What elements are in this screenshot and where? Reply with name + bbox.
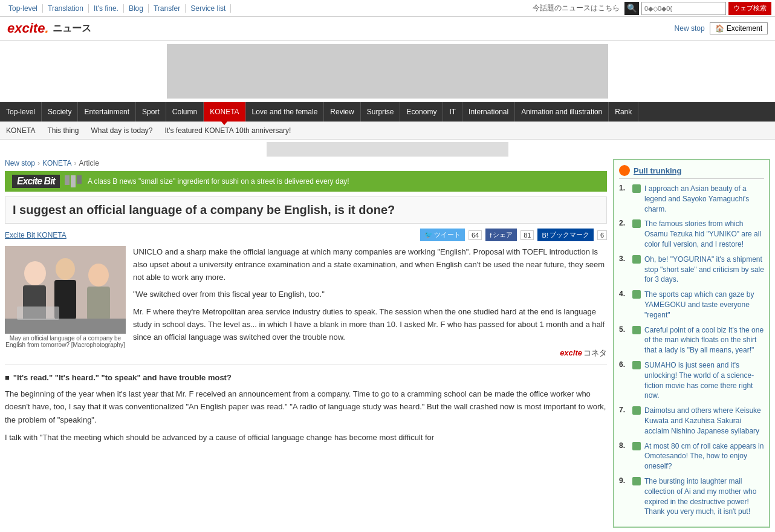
main-nav-item-sport[interactable]: Sport	[136, 102, 166, 122]
nav-transfer[interactable]: Transfer	[149, 4, 186, 13]
bookmark-button[interactable]: B! ブックマーク	[537, 229, 593, 241]
social-buttons: 🐦 ツイート 64 f シェア 81 B! ブックマーク 6	[420, 229, 607, 241]
sidebar-item-num-4: 5.	[619, 325, 629, 355]
article-para3: I talk with "That the meeting which shou…	[5, 431, 607, 444]
main-nav-item-entertainment[interactable]: Entertainment	[78, 102, 136, 122]
nav-itsfine[interactable]: It's fine.	[89, 4, 124, 13]
social-bar: Excite Bit KONETA 🐦 ツイート 64 f シェア 81 B! …	[5, 229, 607, 241]
sidebar: Pull trunking 1. I approach an Asian bea…	[613, 159, 770, 528]
article-image	[5, 246, 126, 334]
home-icon: 🏠	[715, 24, 724, 33]
search-input[interactable]	[641, 2, 726, 15]
logo-news-text: ニュース	[53, 22, 91, 35]
main-nav-item-animation-and-illustration[interactable]: Animation and illustration	[515, 102, 609, 122]
koneta-brand: コネタ	[583, 348, 607, 358]
main-nav-item-top-level[interactable]: Top-level	[0, 102, 42, 122]
sub-nav-item-2[interactable]: What day is today?	[91, 124, 152, 137]
article-koneta-logo: excite コネタ	[133, 348, 607, 358]
top-nav-right: 今話題のニュースはこちら 🔍 ウェブ検索	[533, 2, 771, 15]
svg-rect-6	[87, 287, 110, 320]
breadcrumb-koneta[interactable]: KONETA	[42, 159, 71, 167]
sidebar-item-link-6[interactable]: Daimotsu and others where Keisuke Kuwata…	[644, 406, 764, 436]
pull-trunking-header: Pull trunking	[619, 165, 764, 179]
main-nav-item-society[interactable]: Society	[42, 102, 78, 122]
tweet-button[interactable]: 🐦 ツイート	[420, 229, 465, 241]
breadcrumb-sep1: ›	[37, 159, 40, 167]
sidebar-item-link-8[interactable]: The bursting into laughter mail collecti…	[644, 476, 764, 517]
sidebar-item-icon-4	[632, 326, 641, 334]
sidebar-item: 3. Oh, be! "YOGURINA" it's a shipment st…	[619, 255, 764, 285]
sidebar-item-link-5[interactable]: SUMAHO is just seen and it's unlocking! …	[644, 360, 764, 401]
sidebar-item: 7. Daimotsu and others where Keisuke Kuw…	[619, 406, 764, 436]
main-nav-item-surprise[interactable]: Surprise	[361, 102, 401, 122]
fb-icon: f	[490, 232, 491, 239]
sidebar-item-icon-3	[632, 290, 641, 299]
breadcrumb: New stop › KONETA › Article	[5, 159, 607, 167]
article-byline[interactable]: Excite Bit KONETA	[5, 231, 66, 239]
breadcrumb-article: Article	[79, 159, 99, 167]
nav-toplevel[interactable]: Top-level	[4, 4, 43, 13]
site-logo[interactable]: excite. ニュース	[7, 21, 91, 36]
sidebar-item-link-7[interactable]: At most 80 cm of roll cake appears in Om…	[644, 441, 764, 472]
search-button[interactable]: ウェブ検索	[728, 2, 771, 15]
tweet-count: 64	[469, 230, 482, 240]
sidebar-item-num-2: 3.	[619, 255, 629, 285]
main-nav-item-international[interactable]: International	[462, 102, 515, 122]
sidebar-item-link-1[interactable]: The famous stories from which Osamu Tezu…	[644, 219, 764, 249]
sidebar-item: 9. The bursting into laughter mail colle…	[619, 476, 764, 517]
nav-servicelist[interactable]: Service list	[186, 4, 231, 13]
share-label: シェア	[493, 230, 513, 239]
article-quote1: "We switched over from this fiscal year …	[133, 288, 607, 301]
sidebar-item-num-6: 7.	[619, 406, 629, 436]
breadcrumb-sep2: ›	[74, 159, 76, 167]
sub-nav-item-3[interactable]: It's featured KONETA 10th anniversary!	[165, 124, 291, 137]
excite-logo-text: excite.	[7, 21, 49, 36]
nav-blog[interactable]: Blog	[124, 4, 149, 13]
banner-ad	[167, 44, 608, 99]
sidebar-item: 4. The sports cap which can gaze by YAME…	[619, 290, 764, 320]
today-news-link[interactable]: 今話題のニュースはこちら	[533, 3, 620, 13]
excitement-button[interactable]: 🏠 Excitement	[710, 22, 768, 34]
tweet-icon: 🐦	[424, 231, 433, 239]
main-nav-item-column[interactable]: Column	[166, 102, 204, 122]
main-nav-item-koneta[interactable]: KONETA	[204, 102, 245, 122]
svg-point-3	[56, 258, 75, 280]
new-stop-link[interactable]: New stop	[675, 24, 705, 33]
main-nav-item-rank[interactable]: Rank	[609, 102, 638, 122]
breadcrumb-newstop[interactable]: New stop	[5, 159, 35, 167]
main-nav-item-review[interactable]: Review	[324, 102, 360, 122]
bit-bar-2	[71, 175, 76, 187]
bit-bar-3	[77, 175, 82, 184]
main-nav-item-economy[interactable]: Economy	[400, 102, 443, 122]
pull-trunking-panel: Pull trunking 1. I approach an Asian bea…	[613, 159, 770, 528]
sidebar-item-num-1: 2.	[619, 219, 629, 249]
main-nav-item-it[interactable]: IT	[443, 102, 462, 122]
bm-label: ブックマーク	[550, 230, 589, 239]
pull-trunking-title[interactable]: Pull trunking	[634, 166, 681, 175]
sidebar-item-link-0[interactable]: I approach an Asian beauty of a legend a…	[644, 184, 764, 214]
sidebar-item-num-5: 6.	[619, 360, 629, 401]
svg-rect-7	[5, 319, 126, 334]
article-image-caption: May an official language of a company be…	[5, 335, 126, 348]
facebook-button[interactable]: f シェア	[485, 229, 517, 241]
sidebar-item: 5. Careful point of a cool biz It's the …	[619, 325, 764, 355]
sidebar-item-icon-7	[632, 442, 641, 450]
sidebar-item-link-4[interactable]: Careful point of a cool biz It's the one…	[644, 325, 764, 355]
ad-strip	[267, 142, 508, 157]
article-full: "It's read." "It's heard." "to speak" an…	[5, 365, 607, 444]
search-icon-button[interactable]: 🔍	[624, 2, 639, 15]
sub-nav-item-0[interactable]: KONETA	[6, 124, 35, 137]
nav-translation[interactable]: Translation	[43, 4, 89, 13]
bit-bars	[65, 175, 82, 187]
bit-bar-1	[65, 175, 70, 185]
excite-bit-logo: Excite Bit	[12, 175, 60, 188]
sidebar-item-num-7: 8.	[619, 441, 629, 472]
sidebar-item: 2. The famous stories from which Osamu T…	[619, 219, 764, 249]
main-nav-item-love-and-the-female[interactable]: Love and the female	[246, 102, 325, 122]
sidebar-item-link-3[interactable]: The sports cap which can gaze by YAMEGOK…	[644, 290, 764, 320]
main-nav: Top-levelSocietyEntertainmentSportColumn…	[0, 102, 775, 122]
banner-container	[0, 44, 775, 99]
sidebar-item-num-8: 9.	[619, 476, 629, 517]
sidebar-item-link-2[interactable]: Oh, be! "YOGURINA" it's a shipment stop …	[644, 255, 764, 285]
sub-nav-item-1[interactable]: This thing	[47, 124, 79, 137]
